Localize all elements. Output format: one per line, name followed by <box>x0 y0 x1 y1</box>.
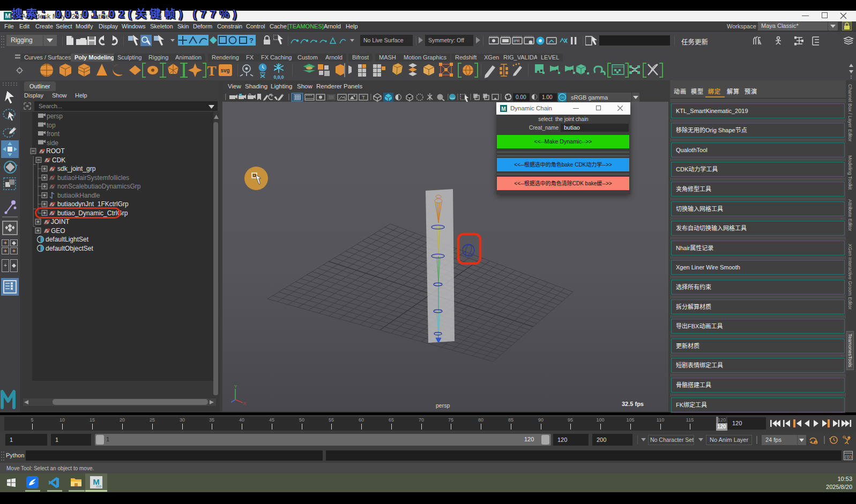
svg-text:2018: 2018 <box>96 485 102 488</box>
svg-text:ON: ON <box>560 96 564 99</box>
svg-text:Y: Y <box>234 384 237 389</box>
svg-text:IPR: IPR <box>513 39 520 43</box>
svg-text:?: ? <box>249 36 254 44</box>
svg-text:T: T <box>207 63 216 79</box>
svg-text:sRGB gamma: sRGB gamma <box>571 94 608 101</box>
svg-text:0.00: 0.00 <box>516 94 526 100</box>
svg-text:svg: svg <box>220 67 229 73</box>
svg-text:M: M <box>501 106 505 112</box>
svg-text:M: M <box>5 12 11 20</box>
svg-text:T: T <box>362 95 365 100</box>
svg-text:{'{}'}: {'{}'} <box>845 454 852 459</box>
svg-text:0,0,0: 0,0,0 <box>274 74 284 80</box>
svg-text:X: X <box>243 401 247 406</box>
svg-text:1.00: 1.00 <box>542 94 553 100</box>
